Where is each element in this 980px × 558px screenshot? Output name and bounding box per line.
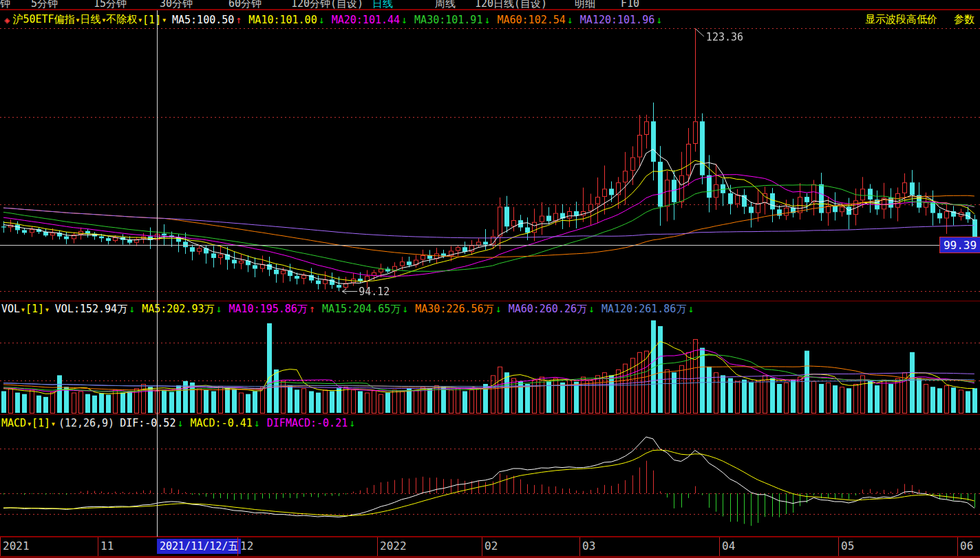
date-axis[interactable]: 2021/11/12/五 2021111220220203040506 bbox=[0, 537, 980, 558]
indicator-value: MA5:100.50 bbox=[172, 14, 234, 26]
axis-tick bbox=[98, 537, 98, 557]
symbol-selector[interactable]: 沪50ETF偏指 bbox=[12, 13, 74, 26]
crosshair-horizontal-line bbox=[0, 245, 940, 246]
indicator-value: MA60:260.26万 bbox=[509, 303, 587, 316]
macd-chart[interactable] bbox=[0, 431, 980, 536]
indicator-value: DIFMACD:-0.21 bbox=[267, 417, 348, 429]
down-arrow-icon: ↓ bbox=[588, 303, 595, 316]
trading-app-window: 分钟5分钟15分钟30分钟60分钟120分钟(自设)日线周线120日线(自设)明… bbox=[0, 0, 980, 558]
indicator-value: MA10:101.00 bbox=[248, 14, 317, 26]
chevron-down-icon[interactable]: ▼ bbox=[52, 421, 55, 427]
down-arrow-icon: ↓ bbox=[129, 303, 135, 316]
multiplier-selector[interactable]: [1] bbox=[142, 14, 161, 26]
indicator-value: MA20:101.44 bbox=[332, 14, 400, 26]
tab-120日线(自设)[interactable]: 120日线(自设) bbox=[475, 0, 547, 9]
show-band-highlow-link[interactable]: 显示波段高低价 bbox=[865, 13, 937, 26]
params-link[interactable]: 参数 bbox=[954, 13, 974, 26]
adjust-selector[interactable]: 不除权 bbox=[106, 13, 137, 26]
down-arrow-icon: ↓ bbox=[656, 14, 662, 26]
indicator-value: MA60:102.54 bbox=[497, 14, 565, 26]
tab-120分钟(自设)[interactable]: 120分钟(自设) bbox=[291, 0, 363, 9]
chevron-down-icon[interactable]: ▼ bbox=[21, 307, 25, 313]
indicator-value: MA30:226.56万 bbox=[415, 303, 493, 316]
axis-label-2022: 2022 bbox=[380, 539, 407, 552]
chevron-down-icon[interactable]: ▼ bbox=[162, 17, 166, 23]
chevron-down-icon[interactable]: ▼ bbox=[76, 17, 80, 23]
down-arrow-icon: ↓ bbox=[567, 14, 573, 26]
down-arrow-icon: ↓ bbox=[484, 14, 490, 26]
period-selector[interactable]: 日线 bbox=[80, 13, 100, 26]
chevron-down-icon[interactable]: ▼ bbox=[45, 307, 49, 313]
tab-5分钟[interactable]: 5分钟 bbox=[31, 0, 58, 9]
down-arrow-icon: ↓ bbox=[402, 303, 408, 316]
down-arrow-icon: ↓ bbox=[496, 303, 502, 316]
period-tabbar: 分钟5分钟15分钟30分钟60分钟120分钟(自设)日线周线120日线(自设)明… bbox=[0, 0, 980, 9]
tab-明细[interactable]: 明细 bbox=[575, 0, 595, 9]
down-arrow-icon: ↓ bbox=[254, 417, 260, 429]
axis-label-04: 04 bbox=[722, 539, 735, 552]
diamond-icon: ◈ bbox=[4, 14, 10, 25]
tab-15分钟[interactable]: 15分钟 bbox=[94, 0, 127, 9]
axis-tick bbox=[719, 537, 720, 557]
panel-separator bbox=[0, 414, 980, 415]
up-arrow-icon: ↑ bbox=[309, 303, 315, 316]
header-right-links: 显示波段高低价 参数 bbox=[865, 11, 974, 28]
up-arrow-icon: ↑ bbox=[235, 14, 242, 26]
tab-日线[interactable]: 日线 bbox=[372, 0, 393, 9]
tab-周线[interactable]: 周线 bbox=[435, 0, 456, 9]
macd-indicator-selector[interactable]: MACD bbox=[1, 417, 26, 429]
down-arrow-icon: ↓ bbox=[349, 417, 355, 429]
volume-ma-values: VOL:152.94万↓MA5:202.93万↓MA10:195.86万↑MA1… bbox=[50, 303, 696, 316]
indicator-value: MA15:204.65万 bbox=[322, 303, 401, 316]
main-candlestick-chart[interactable] bbox=[0, 28, 980, 301]
axis-tick bbox=[579, 537, 580, 557]
crosshair-price-badge: 99.39 bbox=[939, 237, 980, 253]
indicator-value: MACD:-0.41 bbox=[190, 417, 252, 429]
axis-label-05: 05 bbox=[841, 539, 854, 552]
axis-tick bbox=[237, 537, 238, 557]
price-ma-values: MA5:100.50↑MA10:101.00↓MA20:101.44↓MA30:… bbox=[167, 14, 663, 26]
chevron-down-icon[interactable]: ▼ bbox=[102, 17, 105, 23]
indicator-value: MA10:195.86万 bbox=[229, 303, 308, 316]
axis-label-02: 02 bbox=[484, 539, 498, 552]
indicator-value: MA5:202.93万 bbox=[142, 303, 214, 316]
down-arrow-icon: ↓ bbox=[216, 303, 222, 316]
axis-label-12: 12 bbox=[240, 539, 253, 552]
main-chart-header: ◈ 沪50ETF偏指▼ 日线▼ 不除权▼ [1]▼ MA5:100.50↑MA1… bbox=[0, 11, 980, 28]
tab-30分钟[interactable]: 30分钟 bbox=[160, 0, 193, 9]
indicator-value: MA30:101.91 bbox=[414, 14, 482, 26]
vol-multiplier-selector[interactable]: [1] bbox=[25, 303, 44, 315]
axis-label-06: 06 bbox=[960, 539, 973, 552]
down-arrow-icon: ↓ bbox=[177, 417, 183, 429]
indicator-value: MA120:261.86万 bbox=[601, 303, 686, 316]
chevron-down-icon[interactable]: ▼ bbox=[138, 17, 142, 23]
axis-tick bbox=[957, 537, 958, 557]
axis-label-2021: 2021 bbox=[3, 539, 30, 552]
crosshair-vertical-line bbox=[157, 10, 158, 537]
indicator-value: MA120:101.96 bbox=[580, 14, 654, 26]
down-arrow-icon: ↓ bbox=[319, 14, 325, 26]
volume-chart[interactable] bbox=[0, 316, 980, 414]
tabbar-separator bbox=[0, 9, 980, 10]
axis-tick bbox=[377, 537, 378, 557]
crosshair-date-badge: 2021/11/12/五 bbox=[157, 539, 241, 554]
macd-values: DIF:-0.52↓MACD:-0.41↓DIFMACD:-0.21↓ bbox=[114, 417, 356, 429]
tab-60分钟[interactable]: 60分钟 bbox=[228, 0, 262, 9]
chevron-down-icon[interactable]: ▼ bbox=[28, 421, 31, 427]
tab-F10[interactable]: F10 bbox=[621, 0, 639, 9]
volume-header: VOL▼ [1]▼ VOL:152.94万↓MA5:202.93万↓MA10:1… bbox=[0, 301, 980, 316]
down-arrow-icon: ↓ bbox=[401, 14, 407, 26]
indicator-value: VOL:152.94万 bbox=[55, 303, 127, 316]
macd-header: MACD▼ [1]▼ (12,26,9) DIF:-0.52↓MACD:-0.4… bbox=[0, 416, 980, 431]
axis-tick bbox=[482, 537, 482, 557]
macd-params: (12,26,9) bbox=[58, 417, 114, 429]
vol-indicator-selector[interactable]: VOL bbox=[1, 303, 20, 315]
down-arrow-icon: ↓ bbox=[688, 303, 694, 316]
axis-label-11: 11 bbox=[100, 539, 114, 552]
axis-tick bbox=[0, 537, 1, 557]
tab-分钟[interactable]: 分钟 bbox=[0, 0, 10, 9]
indicator-value: DIF:-0.52 bbox=[120, 417, 175, 429]
macd-multiplier-selector[interactable]: [1] bbox=[32, 417, 50, 429]
axis-label-03: 03 bbox=[582, 539, 595, 552]
axis-tick bbox=[838, 537, 839, 557]
